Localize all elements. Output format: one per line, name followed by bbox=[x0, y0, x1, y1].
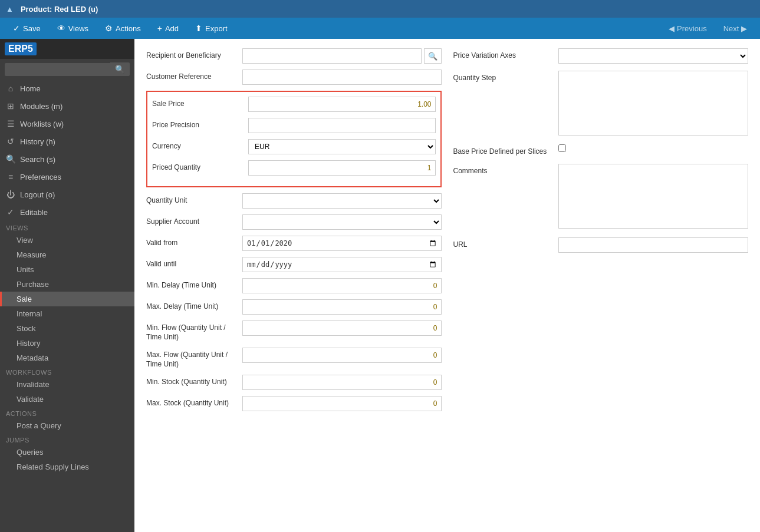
quantity-step-textarea[interactable] bbox=[558, 71, 749, 136]
priced-quantity-input[interactable] bbox=[248, 160, 436, 176]
recipient-input[interactable] bbox=[242, 48, 422, 64]
erp5-logo: ERP5 bbox=[5, 42, 37, 55]
max-stock-row: Max. Stock (Quantity Unit) bbox=[146, 396, 442, 411]
sidebar-search-area: 🔍 bbox=[0, 59, 134, 80]
sidebar-item-logout[interactable]: ⏻ Logout (o) bbox=[0, 186, 134, 203]
valid-from-input-area bbox=[242, 236, 442, 251]
sidebar-item-queries[interactable]: Queries bbox=[0, 445, 134, 460]
supplier-account-input-area bbox=[242, 214, 442, 230]
base-price-checkbox[interactable] bbox=[558, 144, 566, 152]
min-delay-input[interactable] bbox=[242, 278, 442, 293]
comments-label: Comments bbox=[453, 164, 554, 176]
priced-quantity-row: Priced Quantity bbox=[152, 160, 436, 176]
max-stock-label: Max. Stock (Quantity Unit) bbox=[146, 396, 238, 408]
sidebar-item-purchase[interactable]: Purchase bbox=[0, 277, 134, 292]
customer-ref-row: Customer Reference bbox=[146, 70, 442, 85]
gear-icon: ⚙ bbox=[105, 24, 113, 33]
top-bar: ▲ Product: Red LED (u) bbox=[0, 0, 760, 18]
sidebar-item-validate[interactable]: Validate bbox=[0, 392, 134, 407]
quantity-unit-label: Quantity Unit bbox=[146, 193, 238, 206]
customer-ref-input[interactable] bbox=[242, 70, 442, 85]
recipient-label: Recipient or Beneficiary bbox=[146, 48, 238, 61]
recipient-row: Recipient or Beneficiary 🔍 bbox=[146, 48, 442, 64]
toolbar: ✓ Save 👁 Views ⚙ Actions + Add ⬆ Export … bbox=[0, 18, 760, 39]
sidebar-item-worklists[interactable]: ☰ Worklists (w) bbox=[0, 115, 134, 133]
breadcrumb-title: Product: Red LED (u) bbox=[21, 5, 98, 14]
max-stock-input-area bbox=[242, 396, 442, 411]
sidebar-item-invalidate[interactable]: Invalidate bbox=[0, 377, 134, 392]
min-stock-row: Min. Stock (Quantity Unit) bbox=[146, 375, 442, 390]
export-icon: ⬆ bbox=[195, 24, 202, 33]
export-button[interactable]: ⬆ Export bbox=[188, 21, 235, 35]
actions-button[interactable]: ⚙ Actions bbox=[98, 21, 148, 35]
save-button[interactable]: ✓ Save bbox=[6, 21, 48, 35]
sidebar-item-search[interactable]: 🔍 Search (s) bbox=[0, 150, 134, 168]
sidebar-item-history[interactable]: ↺ History (h) bbox=[0, 133, 134, 150]
comments-textarea[interactable] bbox=[558, 164, 749, 229]
max-flow-label: Max. Flow (Quantity Unit / Time Unit) bbox=[146, 348, 238, 369]
max-flow-input[interactable] bbox=[242, 348, 442, 363]
content-area: Recipient or Beneficiary 🔍 Customer Refe… bbox=[134, 39, 760, 532]
sidebar-item-sale[interactable]: Sale bbox=[0, 292, 134, 306]
add-button[interactable]: + Add bbox=[150, 21, 186, 35]
jumps-section-label: JUMPS bbox=[0, 433, 134, 445]
search-input[interactable] bbox=[5, 63, 110, 76]
nav-controls: ◀ Previous Next ▶ bbox=[662, 22, 754, 35]
previous-button[interactable]: ◀ Previous bbox=[662, 22, 713, 35]
priced-quantity-input-area bbox=[248, 160, 436, 176]
valid-until-input[interactable] bbox=[242, 257, 442, 272]
views-section-label: VIEWS bbox=[0, 221, 134, 233]
sidebar-item-post-query[interactable]: Post a Query bbox=[0, 418, 134, 433]
min-flow-input[interactable] bbox=[242, 320, 442, 336]
valid-until-input-area bbox=[242, 257, 442, 272]
supplier-account-row: Supplier Account bbox=[146, 214, 442, 230]
currency-row: Currency EUR USD GBP bbox=[152, 139, 436, 154]
next-button[interactable]: Next ▶ bbox=[716, 22, 754, 35]
views-button[interactable]: 👁 Views bbox=[50, 21, 96, 35]
sidebar-item-stock[interactable]: Stock bbox=[0, 321, 134, 336]
currency-select[interactable]: EUR USD GBP bbox=[248, 139, 436, 154]
sale-price-input-area bbox=[248, 97, 436, 112]
min-stock-input-area bbox=[242, 375, 442, 390]
valid-from-input[interactable] bbox=[242, 236, 442, 251]
url-input[interactable] bbox=[558, 237, 749, 253]
sidebar-item-preferences[interactable]: ≡ Preferences bbox=[0, 168, 134, 186]
priced-quantity-label: Priced Quantity bbox=[152, 160, 244, 173]
url-label: URL bbox=[453, 237, 554, 250]
min-stock-input[interactable] bbox=[242, 375, 442, 390]
quantity-unit-select[interactable] bbox=[242, 193, 442, 209]
max-delay-input[interactable] bbox=[242, 299, 442, 315]
sidebar-item-metadata[interactable]: Metadata bbox=[0, 351, 134, 365]
sale-price-input[interactable] bbox=[248, 97, 436, 112]
sidebar-item-home[interactable]: ⌂ Home bbox=[0, 80, 134, 97]
sidebar-item-history-view[interactable]: History bbox=[0, 336, 134, 351]
right-arrow-icon: ▶ bbox=[741, 24, 747, 33]
home-icon: ⌂ bbox=[6, 84, 15, 93]
sidebar-item-modules[interactable]: ⊞ Modules (m) bbox=[0, 97, 134, 115]
sidebar-item-units[interactable]: Units bbox=[0, 262, 134, 277]
price-precision-input[interactable] bbox=[248, 118, 436, 133]
quantity-step-row: Quantity Step bbox=[453, 71, 749, 137]
sale-price-label: Sale Price bbox=[152, 97, 244, 109]
sidebar-item-view[interactable]: View bbox=[0, 233, 134, 247]
supplier-account-select[interactable] bbox=[242, 214, 442, 230]
plus-icon: + bbox=[157, 24, 162, 33]
sidebar-item-related-supply-lines[interactable]: Related Supply Lines bbox=[0, 460, 134, 474]
sidebar-item-internal[interactable]: Internal bbox=[0, 306, 134, 321]
recipient-input-area: 🔍 bbox=[242, 48, 442, 64]
sidebar: ERP5 🔍 ⌂ Home ⊞ Modules (m) ☰ Worklists … bbox=[0, 39, 134, 532]
price-variation-select[interactable] bbox=[558, 48, 749, 64]
left-arrow-icon: ◀ bbox=[669, 24, 675, 33]
workflows-section-label: WORKFLOWS bbox=[0, 365, 134, 377]
quantity-unit-row: Quantity Unit bbox=[146, 193, 442, 209]
price-precision-input-area bbox=[248, 118, 436, 133]
max-delay-row: Max. Delay (Time Unit) bbox=[146, 299, 442, 315]
min-delay-label: Min. Delay (Time Unit) bbox=[146, 278, 238, 290]
search-submit-button[interactable]: 🔍 bbox=[110, 62, 130, 76]
recipient-search-button[interactable]: 🔍 bbox=[424, 48, 442, 64]
max-delay-label: Max. Delay (Time Unit) bbox=[146, 299, 238, 312]
price-section: Sale Price Price Precision C bbox=[146, 91, 442, 187]
sidebar-item-measure[interactable]: Measure bbox=[0, 247, 134, 262]
sidebar-item-editable[interactable]: ✓ Editable bbox=[0, 203, 134, 221]
max-stock-input[interactable] bbox=[242, 396, 442, 411]
